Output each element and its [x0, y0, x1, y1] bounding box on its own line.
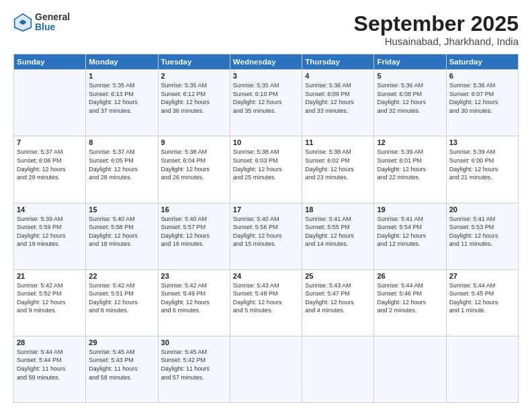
cell-w4-d7: 27Sunrise: 5:44 AM Sunset: 5:45 PM Dayli… — [446, 269, 518, 336]
day-number: 6 — [449, 72, 515, 80]
logo-general-label: General — [35, 12, 70, 22]
cell-w3-d3: 16Sunrise: 5:40 AM Sunset: 5:57 PM Dayli… — [158, 203, 230, 269]
day-number: 16 — [161, 205, 227, 214]
cell-w4-d5: 25Sunrise: 5:43 AM Sunset: 5:47 PM Dayli… — [302, 269, 374, 336]
day-info: Sunrise: 5:42 AM Sunset: 5:52 PM Dayligh… — [17, 281, 83, 315]
day-info: Sunrise: 5:41 AM Sunset: 5:54 PM Dayligh… — [377, 215, 443, 248]
cell-w1-d5: 4Sunrise: 5:36 AM Sunset: 6:09 PM Daylig… — [302, 70, 374, 136]
header: General Blue September 2025 Husainabad, … — [13, 12, 519, 47]
day-info: Sunrise: 5:44 AM Sunset: 5:45 PM Dayligh… — [449, 281, 515, 315]
day-info: Sunrise: 5:42 AM Sunset: 5:49 PM Dayligh… — [161, 281, 227, 315]
day-info: Sunrise: 5:38 AM Sunset: 6:03 PM Dayligh… — [233, 148, 299, 181]
day-number: 21 — [17, 272, 83, 280]
cell-w3-d6: 19Sunrise: 5:41 AM Sunset: 5:54 PM Dayli… — [374, 203, 446, 269]
cell-w4-d3: 23Sunrise: 5:42 AM Sunset: 5:49 PM Dayli… — [158, 269, 230, 336]
page: General Blue September 2025 Husainabad, … — [0, 0, 532, 411]
col-thursday: Thursday — [302, 54, 374, 70]
day-number: 11 — [305, 138, 371, 146]
day-number: 20 — [449, 205, 515, 214]
day-info: Sunrise: 5:38 AM Sunset: 6:02 PM Dayligh… — [305, 148, 371, 181]
day-info: Sunrise: 5:42 AM Sunset: 5:51 PM Dayligh… — [89, 281, 154, 315]
logo-text: General Blue — [35, 12, 70, 33]
cell-w3-d4: 17Sunrise: 5:40 AM Sunset: 5:56 PM Dayli… — [230, 203, 302, 269]
day-info: Sunrise: 5:35 AM Sunset: 6:12 PM Dayligh… — [161, 81, 227, 115]
cell-w2-d2: 8Sunrise: 5:37 AM Sunset: 6:05 PM Daylig… — [86, 136, 158, 203]
day-info: Sunrise: 5:44 AM Sunset: 5:44 PM Dayligh… — [17, 348, 83, 381]
day-number: 3 — [233, 72, 299, 80]
day-number: 5 — [377, 72, 443, 80]
col-saturday: Saturday — [446, 54, 518, 70]
cell-w3-d7: 20Sunrise: 5:41 AM Sunset: 5:53 PM Dayli… — [446, 203, 518, 269]
day-number: 17 — [233, 205, 299, 214]
cell-w5-d5 — [302, 336, 374, 402]
cell-w4-d6: 26Sunrise: 5:44 AM Sunset: 5:46 PM Dayli… — [374, 269, 446, 336]
cell-w1-d4: 3Sunrise: 5:35 AM Sunset: 6:10 PM Daylig… — [230, 70, 302, 136]
day-info: Sunrise: 5:39 AM Sunset: 5:59 PM Dayligh… — [17, 215, 83, 248]
day-info: Sunrise: 5:38 AM Sunset: 6:04 PM Dayligh… — [161, 148, 227, 181]
day-number: 30 — [161, 338, 227, 347]
day-info: Sunrise: 5:37 AM Sunset: 6:06 PM Dayligh… — [17, 148, 83, 181]
month-title: September 2025 — [354, 12, 519, 36]
day-number: 1 — [89, 72, 154, 80]
day-info: Sunrise: 5:41 AM Sunset: 5:53 PM Dayligh… — [449, 215, 515, 248]
day-number: 25 — [305, 272, 371, 280]
day-info: Sunrise: 5:43 AM Sunset: 5:48 PM Dayligh… — [233, 281, 299, 315]
cell-w1-d7: 6Sunrise: 5:36 AM Sunset: 6:07 PM Daylig… — [446, 70, 518, 136]
day-number: 29 — [89, 338, 154, 347]
day-number: 23 — [161, 272, 227, 280]
day-info: Sunrise: 5:37 AM Sunset: 6:05 PM Dayligh… — [89, 148, 154, 181]
cell-w2-d1: 7Sunrise: 5:37 AM Sunset: 6:06 PM Daylig… — [14, 136, 86, 203]
col-sunday: Sunday — [14, 54, 86, 70]
day-number: 2 — [161, 72, 227, 80]
day-number: 12 — [377, 138, 443, 146]
day-info: Sunrise: 5:44 AM Sunset: 5:46 PM Dayligh… — [377, 281, 443, 315]
cell-w5-d6 — [374, 336, 446, 402]
cell-w2-d5: 11Sunrise: 5:38 AM Sunset: 6:02 PM Dayli… — [302, 136, 374, 203]
cell-w4-d1: 21Sunrise: 5:42 AM Sunset: 5:52 PM Dayli… — [14, 269, 86, 336]
week-row-1: 1Sunrise: 5:35 AM Sunset: 6:13 PM Daylig… — [14, 70, 519, 136]
day-number: 4 — [305, 72, 371, 80]
cell-w1-d1 — [14, 70, 86, 136]
day-info: Sunrise: 5:43 AM Sunset: 5:47 PM Dayligh… — [305, 281, 371, 315]
week-row-3: 14Sunrise: 5:39 AM Sunset: 5:59 PM Dayli… — [14, 203, 519, 269]
day-number: 27 — [449, 272, 515, 280]
col-tuesday: Tuesday — [158, 54, 230, 70]
logo-icon — [13, 13, 32, 32]
cell-w3-d5: 18Sunrise: 5:41 AM Sunset: 5:55 PM Dayli… — [302, 203, 374, 269]
day-info: Sunrise: 5:45 AM Sunset: 5:42 PM Dayligh… — [161, 348, 227, 381]
cell-w2-d7: 13Sunrise: 5:39 AM Sunset: 6:00 PM Dayli… — [446, 136, 518, 203]
cell-w4-d4: 24Sunrise: 5:43 AM Sunset: 5:48 PM Dayli… — [230, 269, 302, 336]
calendar-table: Sunday Monday Tuesday Wednesday Thursday… — [13, 54, 519, 403]
cell-w2-d4: 10Sunrise: 5:38 AM Sunset: 6:03 PM Dayli… — [230, 136, 302, 203]
day-info: Sunrise: 5:36 AM Sunset: 6:07 PM Dayligh… — [449, 81, 515, 115]
day-info: Sunrise: 5:35 AM Sunset: 6:10 PM Dayligh… — [233, 81, 299, 115]
cell-w5-d3: 30Sunrise: 5:45 AM Sunset: 5:42 PM Dayli… — [158, 336, 230, 402]
day-info: Sunrise: 5:39 AM Sunset: 6:00 PM Dayligh… — [449, 148, 515, 181]
day-number: 22 — [89, 272, 154, 280]
cell-w3-d1: 14Sunrise: 5:39 AM Sunset: 5:59 PM Dayli… — [14, 203, 86, 269]
day-info: Sunrise: 5:36 AM Sunset: 6:09 PM Dayligh… — [305, 81, 371, 115]
day-info: Sunrise: 5:45 AM Sunset: 5:43 PM Dayligh… — [89, 348, 154, 381]
col-monday: Monday — [86, 54, 158, 70]
col-friday: Friday — [374, 54, 446, 70]
cell-w5-d4 — [230, 336, 302, 402]
header-row: Sunday Monday Tuesday Wednesday Thursday… — [14, 54, 519, 70]
day-number: 14 — [17, 205, 83, 214]
location: Husainabad, Jharkhand, India — [354, 36, 519, 47]
day-number: 13 — [449, 138, 515, 146]
day-number: 19 — [377, 205, 443, 214]
week-row-5: 28Sunrise: 5:44 AM Sunset: 5:44 PM Dayli… — [14, 336, 519, 402]
day-number: 10 — [233, 138, 299, 146]
day-number: 28 — [17, 338, 83, 347]
cell-w3-d2: 15Sunrise: 5:40 AM Sunset: 5:58 PM Dayli… — [86, 203, 158, 269]
logo-blue-label: Blue — [35, 22, 70, 32]
cell-w5-d7 — [446, 336, 518, 402]
cell-w1-d3: 2Sunrise: 5:35 AM Sunset: 6:12 PM Daylig… — [158, 70, 230, 136]
title-block: September 2025 Husainabad, Jharkhand, In… — [354, 12, 519, 47]
cell-w5-d2: 29Sunrise: 5:45 AM Sunset: 5:43 PM Dayli… — [86, 336, 158, 402]
cell-w4-d2: 22Sunrise: 5:42 AM Sunset: 5:51 PM Dayli… — [86, 269, 158, 336]
day-info: Sunrise: 5:41 AM Sunset: 5:55 PM Dayligh… — [305, 215, 371, 248]
cell-w2-d3: 9Sunrise: 5:38 AM Sunset: 6:04 PM Daylig… — [158, 136, 230, 203]
day-number: 8 — [89, 138, 154, 146]
day-info: Sunrise: 5:40 AM Sunset: 5:57 PM Dayligh… — [161, 215, 227, 248]
